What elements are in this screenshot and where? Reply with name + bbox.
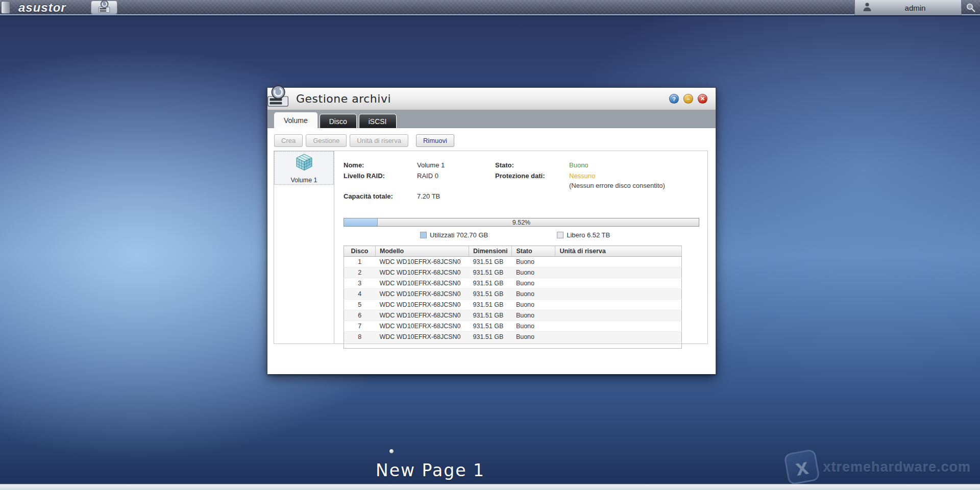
bottom-strip xyxy=(0,484,980,490)
legend-free: Libero 6.52 TB xyxy=(557,231,610,239)
cell-disco: 8 xyxy=(344,332,376,342)
disk-table: Disco Modello Dimensioni Stato Unità di … xyxy=(344,246,682,349)
cell-disco: 3 xyxy=(344,278,376,289)
cell-unita xyxy=(555,257,682,267)
panels: Volume 1 Nome: Volume 1 Stato: Buono Liv… xyxy=(274,151,708,344)
col-modello[interactable]: Modello xyxy=(376,246,469,257)
user-menu-button[interactable]: admin xyxy=(854,0,962,15)
raid-value: RAID 0 xyxy=(417,171,495,190)
storage-manager-window: Gestione archivi ? − ✕ Volume Disco iSCS… xyxy=(267,87,716,374)
cell-modello: WDC WD10EFRX-68JCSN0 xyxy=(376,332,469,342)
usage-bar: 9.52% xyxy=(344,218,699,227)
gestione-button[interactable]: Gestione xyxy=(306,134,347,147)
window-content: Crea Gestione Unità di riserva Rimuovi xyxy=(267,128,716,374)
tab-volume[interactable]: Volume xyxy=(274,112,317,128)
cell-stato: Buono xyxy=(512,257,555,267)
used-label: Utilizzati 702.70 GB xyxy=(430,231,488,239)
table-row[interactable]: 7 WDC WD10EFRX-68JCSN0 931.51 GB Buono xyxy=(344,321,682,332)
volume-info: Nome: Volume 1 Stato: Buono Livello RAID… xyxy=(344,160,699,201)
toolbar: Crea Gestione Unità di riserva Rimuovi xyxy=(267,128,716,147)
protezione-value: Nessuno xyxy=(569,172,595,180)
table-row[interactable]: 5 WDC WD10EFRX-68JCSN0 931.51 GB Buono xyxy=(344,300,682,310)
usage-legend: Utilizzati 702.70 GB Libero 6.52 TB xyxy=(344,231,699,239)
volume-detail-panel: Nome: Volume 1 Stato: Buono Livello RAID… xyxy=(334,151,707,344)
cell-unita xyxy=(555,332,682,342)
cell-dimensioni: 931.51 GB xyxy=(469,310,512,321)
col-dimensioni[interactable]: Dimensioni xyxy=(469,246,512,257)
minimize-button[interactable]: − xyxy=(683,94,693,104)
volume-item-label: Volume 1 xyxy=(290,177,317,184)
tab-strip: Volume Disco iSCSI xyxy=(267,110,716,128)
cell-modello: WDC WD10EFRX-68JCSN0 xyxy=(376,257,469,267)
stato-value: Buono xyxy=(569,160,699,170)
col-unita-di-riserva[interactable]: Unità di riserva xyxy=(555,246,682,257)
cell-stato: Buono xyxy=(512,332,555,342)
capacita-value: 7.20 TB xyxy=(417,191,495,201)
titlebar[interactable]: Gestione archivi ? − ✕ xyxy=(267,88,716,110)
cell-dimensioni: 931.51 GB xyxy=(469,267,512,278)
free-swatch-icon xyxy=(557,232,564,238)
unita-di-riserva-button[interactable]: Unità di riserva xyxy=(350,134,408,147)
storage-manager-icon xyxy=(96,0,112,15)
rimuovi-button[interactable]: Rimuovi xyxy=(416,134,454,147)
table-row[interactable]: 1 WDC WD10EFRX-68JCSN0 931.51 GB Buono xyxy=(344,257,682,267)
cell-unita xyxy=(555,321,682,332)
raid-label: Livello RAID: xyxy=(344,171,417,190)
cell-dimensioni: 931.51 GB xyxy=(469,321,512,332)
storage-manager-window-icon xyxy=(265,84,290,111)
window-title: Gestione archivi xyxy=(296,92,391,105)
protezione-note: (Nessun errore disco consentito) xyxy=(569,182,665,189)
table-filler-row xyxy=(344,342,682,349)
cell-stato: Buono xyxy=(512,278,555,289)
cell-dimensioni: 931.51 GB xyxy=(469,332,512,342)
cell-unita xyxy=(555,267,682,278)
cell-disco: 2 xyxy=(344,267,376,278)
disk-table-header: Disco Modello Dimensioni Stato Unità di … xyxy=(344,246,682,257)
tab-iscsi[interactable]: iSCSI xyxy=(359,114,397,128)
cell-modello: WDC WD10EFRX-68JCSN0 xyxy=(376,310,469,321)
table-row[interactable]: 3 WDC WD10EFRX-68JCSN0 931.51 GB Buono xyxy=(344,278,682,289)
page-title: New Page 1 xyxy=(376,460,485,480)
crea-button[interactable]: Crea xyxy=(274,134,303,147)
col-disco[interactable]: Disco xyxy=(344,246,376,257)
cell-unita xyxy=(555,278,682,289)
cell-disco: 5 xyxy=(344,300,376,310)
table-row[interactable]: 6 WDC WD10EFRX-68JCSN0 931.51 GB Buono xyxy=(344,310,682,321)
search-icon[interactable] xyxy=(962,0,980,15)
watermark-text: xtremehardware.com xyxy=(823,459,971,475)
volume-cube-icon xyxy=(294,153,314,175)
tab-disco[interactable]: Disco xyxy=(320,114,357,128)
cell-disco: 1 xyxy=(344,257,376,267)
protezione-label: Protezione dati: xyxy=(495,171,569,190)
asustor-logo: asustor xyxy=(18,1,66,15)
taskbar: asustor admin xyxy=(0,0,980,15)
protezione-value-block: Nessuno (Nessun errore disco consentito) xyxy=(569,171,699,190)
table-row[interactable]: 2 WDC WD10EFRX-68JCSN0 931.51 GB Buono xyxy=(344,267,682,278)
storage-manager-taskbar-button[interactable] xyxy=(91,1,117,14)
cell-dimensioni: 931.51 GB xyxy=(469,257,512,267)
cell-stato: Buono xyxy=(512,321,555,332)
watermark: x xtremehardware.com xyxy=(786,451,971,483)
cell-stato: Buono xyxy=(512,289,555,300)
table-row[interactable]: 4 WDC WD10EFRX-68JCSN0 931.51 GB Buono xyxy=(344,289,682,300)
cell-modello: WDC WD10EFRX-68JCSN0 xyxy=(376,267,469,278)
close-button[interactable]: ✕ xyxy=(698,94,707,104)
nome-label: Nome: xyxy=(344,160,417,170)
cell-unita xyxy=(555,310,682,321)
table-row[interactable]: 8 WDC WD10EFRX-68JCSN0 931.51 GB Buono xyxy=(344,332,682,342)
help-button[interactable]: ? xyxy=(669,94,679,104)
user-name-label: admin xyxy=(876,4,954,12)
cell-modello: WDC WD10EFRX-68JCSN0 xyxy=(376,278,469,289)
xtremehardware-logo-icon: x xyxy=(783,449,820,485)
cell-stato: Buono xyxy=(512,300,555,310)
col-stato[interactable]: Stato xyxy=(512,246,555,257)
volume-list-item[interactable]: Volume 1 xyxy=(274,151,334,185)
taskbar-handle[interactable] xyxy=(1,1,10,14)
capacita-label: Capacità totale: xyxy=(344,191,417,201)
cell-modello: WDC WD10EFRX-68JCSN0 xyxy=(376,300,469,310)
cell-disco: 7 xyxy=(344,321,376,332)
usage-percent-label: 9.52% xyxy=(344,218,699,226)
page-dot xyxy=(389,449,394,454)
cell-stato: Buono xyxy=(512,310,555,321)
cell-disco: 4 xyxy=(344,289,376,300)
